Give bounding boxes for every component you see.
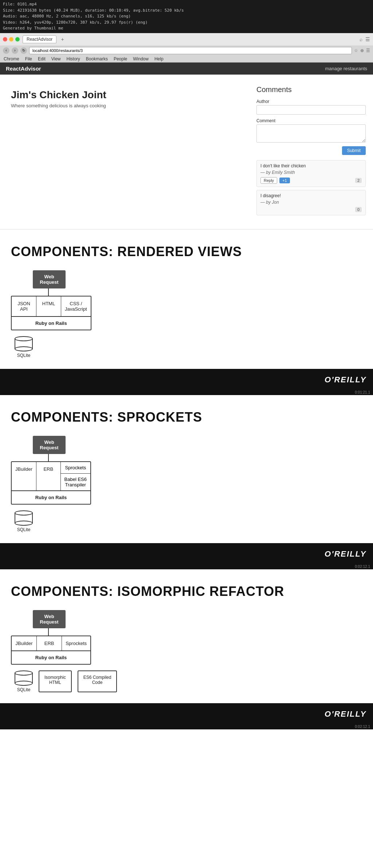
sqlite-label-3: SQLite	[17, 687, 31, 692]
comment-label: Comment	[256, 118, 366, 123]
comments-panel: Comments Author Comment Submit I don't l…	[249, 82, 373, 222]
oreilly-label-3: O'REILLY	[325, 709, 366, 718]
sqlite-icon-wrapper-3: SQLite	[15, 670, 33, 692]
nav-back-button[interactable]: ‹	[3, 47, 9, 54]
comment-author: — by Jon	[260, 200, 362, 205]
menu-view[interactable]: View	[51, 56, 61, 61]
restaurant-info: Jim's Chicken Joint Where something deli…	[0, 82, 249, 222]
app-bar: ReactAdvisor manage restaurants	[0, 63, 373, 75]
cylinder-bottom-2	[15, 521, 33, 526]
comment-card: I don't like their chicken — by Emily Sm…	[256, 160, 366, 187]
box-cell-jbuilder: JBuilder	[12, 462, 36, 490]
menu-people[interactable]: People	[114, 56, 127, 61]
box-top-row: JSON API HTML CSS /JavaScript	[12, 296, 91, 317]
sqlite-icon-wrapper-2: SQLite	[15, 510, 33, 532]
menu-bookmarks[interactable]: Bookmarks	[86, 56, 108, 61]
timestamp-bar-2: 0:02:12.1	[0, 564, 373, 569]
comment-text: I don't like their chicken	[260, 163, 362, 168]
browser-title-bar: ReactAdvisor + ⌕ ☰	[0, 33, 373, 45]
box-cell-stack: Sprockets Babel ES6Transpiler	[61, 462, 90, 490]
video-info-bar: File: 0101.mp4 Size: 42191638 bytes (40.…	[0, 0, 373, 33]
browser-address-bar: ‹ › ↻ ☆ ⊕ ☰	[0, 45, 373, 56]
traffic-light-red[interactable]	[3, 37, 7, 41]
sqlite-icon-wrapper: SQLite	[15, 336, 33, 358]
box-cell-json: JSON API	[12, 296, 36, 316]
nav-refresh-button[interactable]: ↻	[20, 47, 27, 54]
oreilly-label-1: O'REILLY	[325, 375, 366, 384]
menu-file[interactable]: File	[25, 56, 32, 61]
plus-one-button[interactable]: +1	[279, 178, 290, 183]
reply-button[interactable]: Reply	[260, 177, 277, 184]
diagram3: WebRequest JBuilder ERB Sprockets Ruby o…	[11, 610, 362, 692]
cylinder-top-2	[15, 510, 33, 515]
timestamp-bar-3: 0:02:12.1	[0, 724, 373, 729]
arrow-down-3	[48, 628, 49, 636]
web-request-box: WebRequest	[33, 270, 66, 288]
sprockets-label: Sprockets	[61, 462, 90, 474]
box-bottom-rails: Ruby on Rails	[12, 317, 91, 330]
cylinder-top-3	[15, 670, 33, 676]
oreilly-bar-2: O'REILLY	[0, 544, 373, 564]
timestamp-3: 0:02:12.1	[355, 725, 370, 729]
isomorphic-html-box: IsomorphicHTML	[39, 670, 72, 692]
comment-card: I disagree! — by Jon 0	[256, 190, 366, 215]
sqlite-cylinder-2: SQLite	[15, 510, 33, 532]
box-cell-erb: ERB	[36, 462, 61, 490]
timestamp-bar-1: 0:01:21.1	[0, 390, 373, 395]
arrow-down	[48, 288, 49, 296]
main-box: JSON API HTML CSS /JavaScript Ruby on Ra…	[11, 296, 91, 330]
browser-chrome: ReactAdvisor + ⌕ ☰ ‹ › ↻ ☆ ⊕ ☰ Chrome Fi…	[0, 33, 373, 63]
menu-history[interactable]: History	[67, 56, 80, 61]
oreilly-bar-1: O'REILLY	[0, 370, 373, 390]
browser-tab-label[interactable]: ReactAdvisor	[23, 35, 56, 43]
new-tab-icon[interactable]: +	[61, 36, 64, 42]
traffic-light-yellow[interactable]	[9, 37, 13, 41]
video-audio: Audio: aac, 48000 Hz, 2 channels, s16, 1…	[3, 13, 370, 20]
author-input[interactable]	[256, 105, 366, 115]
comment-actions: 0	[260, 207, 362, 212]
slide3-title: COMPONENTS: ISOMORPHIC REFACTOR	[11, 584, 362, 599]
web-request-box-2: WebRequest	[33, 436, 66, 454]
cylinder-top	[15, 336, 33, 341]
menu-help[interactable]: Help	[154, 56, 164, 61]
diagram2: WebRequest JBuilder ERB Sprockets Babel …	[11, 436, 362, 532]
comment-textarea[interactable]	[256, 124, 366, 143]
menu-edit[interactable]: Edit	[38, 56, 46, 61]
menu-chrome[interactable]: Chrome	[4, 56, 19, 61]
submit-button[interactable]: Submit	[342, 146, 366, 155]
slide-sprockets: COMPONENTS: SPROCKETS WebRequest JBuilde…	[0, 395, 373, 544]
main-box-3: JBuilder ERB Sprockets Ruby on Rails	[11, 636, 91, 665]
restaurant-title: Jim's Chicken Joint	[11, 89, 238, 101]
web-request-box-3: WebRequest	[33, 610, 66, 628]
sqlite-label: SQLite	[17, 353, 31, 358]
vote-count: 2	[355, 178, 362, 183]
slide-isomorphic: COMPONENTS: ISOMORPHIC REFACTOR WebReque…	[0, 569, 373, 704]
es6-compiled-box: ES6 CompiledCode	[78, 670, 117, 692]
main-box-2: JBuilder ERB Sprockets Babel ES6Transpil…	[11, 461, 91, 505]
slide-rendered-views: COMPONENTS: RENDERED VIEWS WebRequest JS…	[0, 230, 373, 370]
address-bar-input[interactable]	[29, 47, 352, 54]
app-brand: ReactAdvisor	[6, 65, 41, 72]
timestamp-1: 0:01:21.1	[355, 390, 370, 394]
box-cell-css: CSS /JavaScript	[61, 296, 91, 316]
timestamp-2: 0:02:12.1	[355, 565, 370, 569]
sqlite-cylinder: SQLite	[15, 336, 33, 358]
cylinder-bottom	[15, 346, 33, 351]
traffic-light-green[interactable]	[15, 37, 20, 41]
extra-boxes-row: SQLite IsomorphicHTML ES6 CompiledCode	[11, 670, 117, 692]
arrow-down-2	[48, 454, 49, 461]
babel-label: Babel ES6Transpiler	[61, 474, 90, 490]
menu-window[interactable]: Window	[133, 56, 149, 61]
manage-restaurants-link[interactable]: manage restaurants	[325, 66, 367, 71]
slide2-title: COMPONENTS: SPROCKETS	[11, 410, 362, 425]
nav-forward-button[interactable]: ›	[12, 47, 18, 54]
vote-count: 0	[355, 207, 362, 212]
comment-author: — by Emily Smith	[260, 170, 362, 175]
box-top-row-2: JBuilder ERB Sprockets Babel ES6Transpil…	[12, 462, 90, 491]
video-video: Video: h264, yuv420p, 1280x720, 387 kb/s…	[3, 20, 370, 26]
author-label: Author	[256, 99, 366, 104]
video-generated: Generated by Thumbnail me	[3, 25, 370, 32]
box-cell-jbuilder-3: JBuilder	[12, 636, 37, 650]
traffic-lights	[3, 37, 20, 41]
browser-menu-bar: Chrome File Edit View History Bookmarks …	[0, 56, 373, 62]
